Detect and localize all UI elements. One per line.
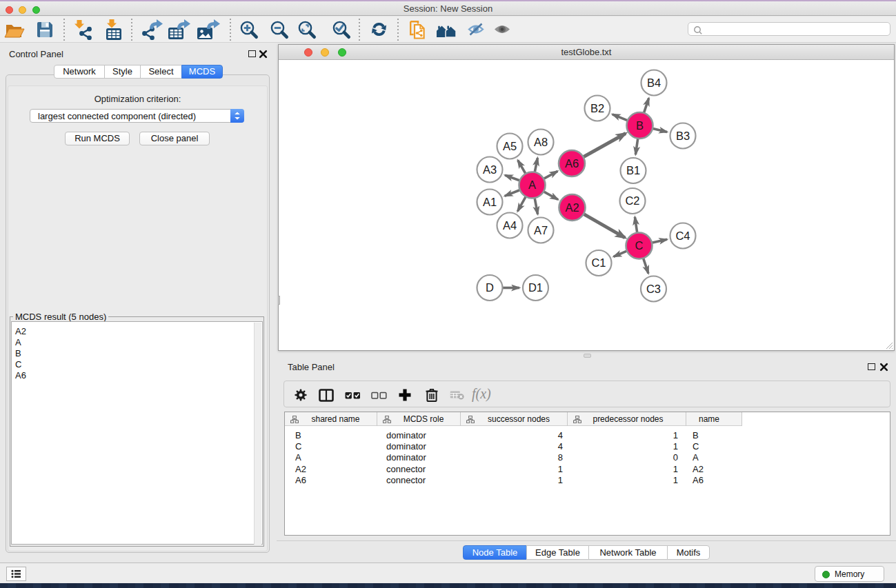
svg-text:B4: B4 [647, 77, 661, 89]
svg-text:A7: A7 [534, 224, 548, 236]
svg-text:D1: D1 [528, 281, 543, 294]
svg-text:A6: A6 [565, 157, 579, 170]
svg-text:A3: A3 [483, 163, 497, 176]
svg-text:C3: C3 [646, 283, 661, 295]
svg-text:B1: B1 [626, 164, 640, 176]
svg-text:A8: A8 [534, 136, 548, 148]
svg-text:C4: C4 [675, 230, 690, 242]
svg-text:A4: A4 [503, 219, 517, 232]
svg-text:D: D [486, 281, 494, 294]
svg-text:B3: B3 [676, 130, 690, 142]
svg-text:C1: C1 [591, 256, 606, 269]
svg-text:A2: A2 [565, 201, 579, 214]
svg-text:B: B [636, 119, 644, 132]
svg-text:A5: A5 [503, 140, 517, 152]
svg-text:B2: B2 [590, 102, 604, 114]
svg-text:C2: C2 [625, 194, 639, 207]
svg-text:C: C [635, 239, 644, 252]
svg-text:A: A [528, 179, 536, 191]
svg-text:A1: A1 [483, 196, 497, 208]
